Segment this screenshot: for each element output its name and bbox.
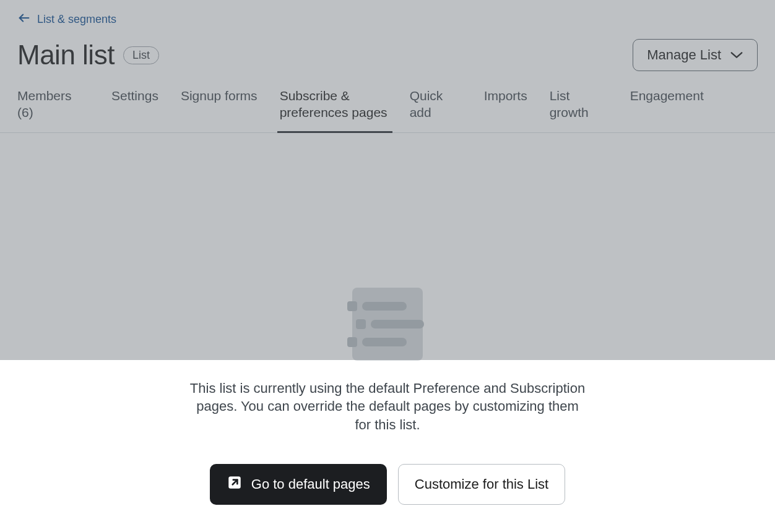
arrow-left-icon [17, 11, 31, 28]
tab-imports[interactable]: Imports [484, 87, 550, 132]
list-type-badge: List [123, 46, 159, 64]
manage-list-label: Manage List [647, 47, 721, 63]
tab-settings[interactable]: Settings [111, 87, 181, 132]
tab-label: Imports [484, 88, 527, 103]
breadcrumb-label: List & segments [37, 13, 116, 26]
tab-subscribe-preferences[interactable]: Subscribe & preferences pages [280, 87, 410, 132]
breadcrumb-back[interactable]: List & segments [17, 11, 116, 28]
customize-for-list-button[interactable]: Customize for this List [398, 464, 565, 505]
go-to-default-pages-button[interactable]: Go to default pages [210, 464, 387, 505]
empty-state-illustration [0, 288, 775, 361]
manage-list-button[interactable]: Manage List [633, 39, 758, 71]
tab-engagement[interactable]: Engagement [630, 87, 704, 132]
tab-label: Members (6) [17, 88, 72, 119]
external-link-icon [227, 474, 243, 494]
page-title: Main list [17, 40, 115, 71]
tab-list-growth[interactable]: List growth [550, 87, 630, 132]
tab-members[interactable]: Members (6) [0, 87, 111, 132]
chevron-down-icon [730, 47, 743, 63]
tabs-nav: Members (6) Settings Signup forms Subscr… [0, 87, 775, 133]
tab-label: Engagement [630, 88, 704, 103]
tab-label: Subscribe & preferences pages [280, 88, 388, 119]
empty-state-message: This list is currently using the default… [189, 379, 586, 434]
tab-label: Settings [111, 88, 158, 103]
tab-label: Signup forms [181, 88, 258, 103]
primary-button-label: Go to default pages [251, 476, 370, 492]
tab-quick-add[interactable]: Quick add [410, 87, 484, 132]
tab-label: Quick add [410, 88, 443, 119]
tab-signup-forms[interactable]: Signup forms [181, 87, 280, 132]
tab-label: List growth [550, 88, 589, 119]
secondary-button-label: Customize for this List [415, 476, 548, 492]
